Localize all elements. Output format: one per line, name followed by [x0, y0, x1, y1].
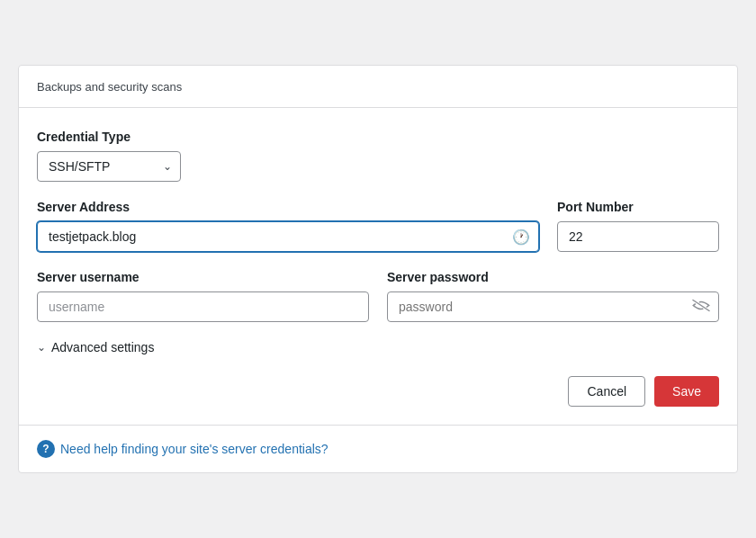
port-number-label: Port Number: [557, 200, 719, 214]
advanced-settings-toggle[interactable]: ⌄ Advanced settings: [37, 340, 719, 354]
server-address-row: Server Address 🕐 Port Number: [37, 200, 719, 252]
eye-slash-icon[interactable]: [692, 298, 710, 317]
username-col: Server username: [37, 270, 369, 322]
help-link[interactable]: Need help finding your site's server cre…: [60, 442, 328, 456]
card-footer: ? Need help finding your site's server c…: [19, 426, 737, 472]
clock-icon: 🕐: [512, 229, 530, 246]
port-number-input-wrapper: [557, 221, 719, 252]
server-password-label: Server password: [387, 270, 719, 284]
actions-row: Cancel Save: [37, 372, 719, 407]
credential-type-label: Credential Type: [37, 130, 719, 144]
password-col: Server password: [387, 270, 719, 322]
port-number-col: Port Number: [557, 200, 719, 252]
advanced-settings-label: Advanced settings: [51, 340, 154, 354]
username-input-wrapper: [37, 291, 369, 322]
credential-type-section: Credential Type SSH/SFTP FTP SFTP ⌄: [37, 130, 719, 182]
password-input-wrapper: [387, 291, 719, 322]
card-title: Backups and security scans: [37, 80, 182, 94]
main-card: Backups and security scans Credential Ty…: [18, 65, 738, 473]
save-button[interactable]: Save: [654, 376, 719, 407]
chevron-right-icon: ⌄: [37, 341, 46, 354]
server-username-label: Server username: [37, 270, 369, 284]
card-body: Credential Type SSH/SFTP FTP SFTP ⌄ Serv…: [19, 108, 737, 426]
credentials-row: Server username Server password: [37, 270, 719, 322]
credential-type-select[interactable]: SSH/SFTP FTP SFTP: [37, 151, 181, 182]
cancel-button[interactable]: Cancel: [568, 376, 645, 407]
card-header: Backups and security scans: [19, 66, 737, 108]
port-number-input[interactable]: [557, 221, 719, 252]
password-input[interactable]: [387, 291, 719, 322]
server-address-col: Server Address 🕐: [37, 200, 539, 252]
server-address-input[interactable]: [37, 221, 539, 252]
help-icon: ?: [37, 440, 55, 458]
server-address-label: Server Address: [37, 200, 539, 214]
server-address-input-wrapper: 🕐: [37, 221, 539, 252]
username-input[interactable]: [37, 291, 369, 322]
credential-type-select-wrapper[interactable]: SSH/SFTP FTP SFTP ⌄: [37, 151, 181, 182]
